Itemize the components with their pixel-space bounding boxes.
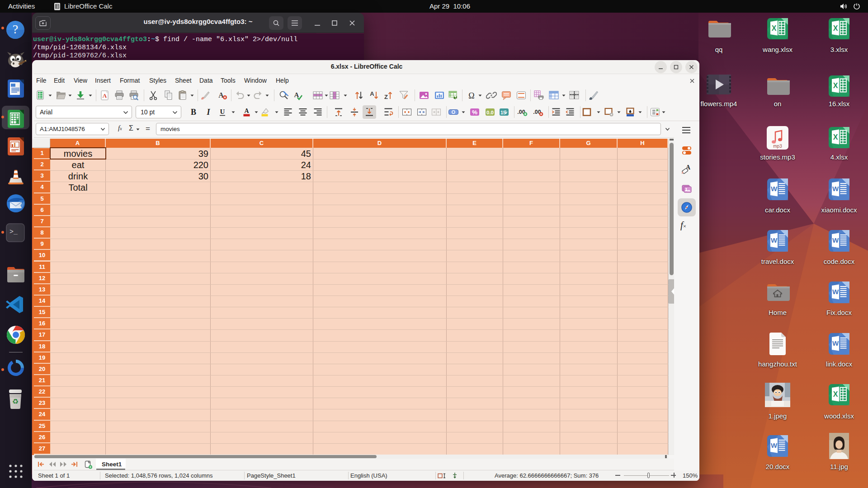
svg-text:U: U bbox=[220, 108, 225, 115]
svg-text:X: X bbox=[833, 24, 838, 32]
svg-text:15: 15 bbox=[500, 110, 506, 115]
svg-text:♻: ♻ bbox=[12, 398, 19, 405]
svg-text:%: % bbox=[472, 109, 477, 116]
svg-text:A: A bbox=[244, 108, 249, 114]
svg-text:X: X bbox=[772, 24, 777, 32]
svg-text:X: X bbox=[833, 390, 838, 398]
svg-text:W: W bbox=[832, 339, 839, 347]
svg-text:W: W bbox=[771, 185, 778, 192]
svg-text:I: I bbox=[206, 108, 210, 117]
svg-text:0.0: 0.0 bbox=[486, 110, 494, 115]
svg-text:mp3: mp3 bbox=[773, 144, 782, 149]
svg-text:W: W bbox=[832, 288, 839, 296]
svg-text:Ω: Ω bbox=[468, 91, 474, 100]
svg-text:W: W bbox=[832, 236, 839, 244]
svg-text:W: W bbox=[771, 441, 778, 449]
svg-text:Z: Z bbox=[384, 94, 388, 100]
svg-text:W: W bbox=[832, 185, 839, 192]
svg-text:B: B bbox=[191, 108, 196, 117]
svg-text:W: W bbox=[771, 236, 778, 244]
svg-text:A: A bbox=[103, 92, 107, 99]
svg-text:A: A bbox=[294, 91, 299, 99]
svg-text:?: ? bbox=[13, 22, 18, 36]
svg-text:>_: >_ bbox=[9, 228, 18, 236]
svg-text:A: A bbox=[370, 90, 374, 97]
svg-text:X: X bbox=[833, 133, 838, 141]
svg-text:X: X bbox=[833, 82, 838, 89]
